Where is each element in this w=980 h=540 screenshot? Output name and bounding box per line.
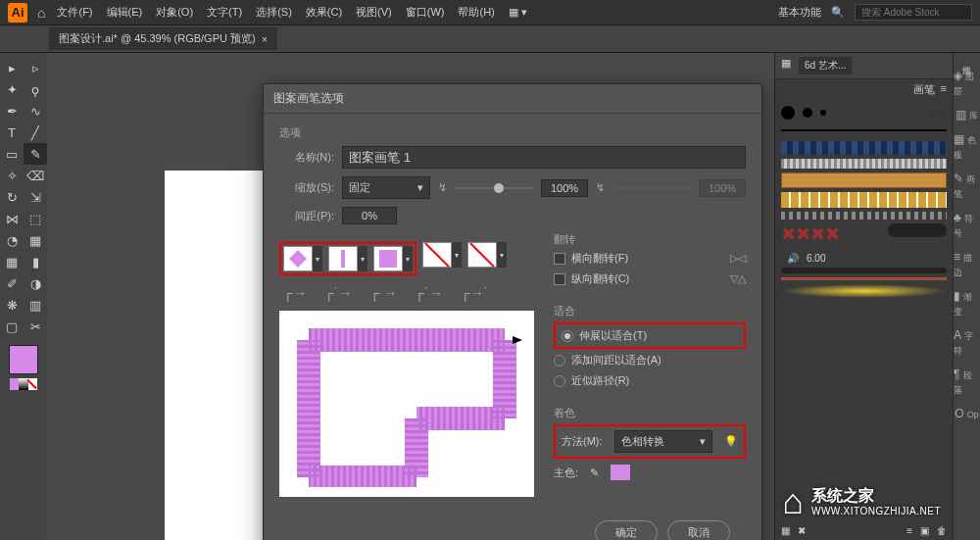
lasso-tool[interactable]: ϙ [24,78,47,100]
direct-select-tool[interactable]: ▹ [24,57,47,78]
graph-tool[interactable]: ▥ [24,294,47,316]
start-tile[interactable] [422,242,452,268]
end-icon[interactable]: ┌→˙ [461,285,489,301]
slice-tool[interactable]: ✂ [24,316,47,337]
perspective-tool[interactable]: ▦ [24,229,47,251]
tip-icon[interactable]: 💡 [724,435,738,448]
menu-view[interactable]: 视图(V) [356,5,392,20]
brush-tool[interactable]: ✎ [24,143,47,165]
brush-item[interactable] [781,129,947,131]
tile-dropdown[interactable]: ▾ [358,246,368,271]
fit-stretch-radio[interactable] [562,330,573,342]
rect-tool[interactable]: ▭ [0,143,24,165]
menu-type[interactable]: 文字(T) [207,5,242,20]
search-input[interactable] [855,4,972,21]
libraries-panel-icon[interactable]: ▥ 库 [956,108,978,123]
panel-menu-icon[interactable]: ≡ [941,82,947,97]
library-tab[interactable]: 6d 艺术... [799,57,852,74]
trash-icon[interactable]: 🗑 [937,525,947,536]
document-tab[interactable]: 图案设计.ai* @ 45.39% (RGB/GPU 预览) × [49,27,277,50]
remove-brush-icon[interactable]: ✖ [798,525,806,536]
link-icon[interactable]: ↯ [438,181,447,194]
library-icon[interactable]: ▦ [781,525,790,536]
character-panel-icon[interactable]: A 字符 [954,328,980,358]
width-tool[interactable]: ⋈ [0,208,24,229]
menu-select[interactable]: 选择(S) [256,5,292,20]
brushes-panel-tab[interactable]: 画笔 [913,82,935,97]
tile-dropdown[interactable]: ▾ [403,246,413,271]
menu-file[interactable]: 文件(F) [57,5,92,20]
name-input[interactable] [342,146,746,169]
outer-corner-tile[interactable] [328,246,358,271]
brush-item[interactable] [781,172,947,188]
brush-item[interactable] [781,277,947,280]
layers-panel-icon[interactable]: ◈ 图层 [954,69,980,98]
start-icon[interactable]: ┌˙→ [415,285,443,301]
menu-object[interactable]: 对象(O) [156,5,193,20]
symbol-spray-tool[interactable]: ❋ [0,294,24,316]
symbols-panel-icon[interactable]: ♣ 符号 [954,211,980,240]
side-icon[interactable]: ┌˙→ [324,285,353,301]
eyedropper-icon[interactable]: ✎ [590,466,599,479]
tile-dropdown[interactable]: ▾ [313,246,322,271]
menu-bridge-icon[interactable]: ▦ ▾ [509,6,527,19]
curvature-tool[interactable]: ∿ [24,100,47,122]
flip-h-checkbox[interactable] [554,253,565,265]
gradient-tool[interactable]: ▮ [24,251,47,272]
stroke-panel-icon[interactable]: ≡ 描边 [954,250,980,279]
artboard-tool[interactable]: ▢ [0,316,24,337]
brush-list[interactable]: 基本 ✖✖✖✖ 🔊 6.00 [775,100,953,521]
free-transform-tool[interactable]: ⬚ [24,208,47,229]
brush-item[interactable] [781,284,947,298]
menu-window[interactable]: 窗口(W) [406,5,445,20]
shaper-tool[interactable]: ✧ [0,165,24,186]
mesh-tool[interactable]: ▦ [0,251,24,272]
opentype-panel-icon[interactable]: O Op [955,407,979,420]
fill-mode[interactable] [10,378,19,390]
tile-dropdown[interactable]: ▾ [452,242,462,268]
brush-item[interactable] [803,108,812,118]
close-icon[interactable]: × [262,33,268,45]
ok-button[interactable]: 确定 [595,520,658,540]
workspace-switcher[interactable]: 基本功能 [778,5,821,20]
home-icon[interactable]: ⌂ [37,5,45,21]
key-color-swatch[interactable] [611,465,630,480]
menu-edit[interactable]: 编辑(E) [107,5,143,20]
eraser-tool[interactable]: ⌫ [24,165,47,186]
method-select[interactable]: 色相转换▾ [614,430,712,453]
scale-mode-select[interactable]: 固定▾ [342,176,430,199]
rotate-tool[interactable]: ↻ [0,186,24,208]
selection-tool[interactable]: ▸ [0,57,24,78]
fill-color-swatch[interactable] [9,345,38,374]
side-tile[interactable] [283,246,313,271]
none-mode[interactable] [28,378,37,390]
magic-wand-tool[interactable]: ✦ [0,78,24,100]
fit-space-radio[interactable] [554,355,565,367]
type-tool[interactable]: T [0,122,24,143]
fit-approx-radio[interactable] [554,375,565,387]
scale-slider-2[interactable] [612,187,691,189]
inner-icon[interactable]: ┌ → [370,285,398,301]
brush-item[interactable] [781,268,947,273]
end-tile[interactable] [467,242,497,268]
brush-size-value[interactable]: 6.00 [807,253,825,264]
paragraph-panel-icon[interactable]: ¶ 段落 [954,368,980,397]
new-brush-icon[interactable]: ▣ [920,525,929,536]
scale-tool[interactable]: ⇲ [24,186,47,208]
shape-builder-tool[interactable]: ◔ [0,229,24,251]
menu-help[interactable]: 帮助(H) [458,5,494,20]
line-tool[interactable]: ╱ [24,122,47,143]
spacing-input[interactable]: 0% [342,207,397,224]
brush-item[interactable] [781,159,947,169]
brush-item[interactable]: ✖✖✖✖ [781,223,840,245]
cancel-button[interactable]: 取消 [667,520,730,540]
brush-item[interactable] [781,212,947,220]
brushes-panel-icon[interactable]: ✎ 画笔 [954,172,980,201]
tile-dropdown[interactable]: ▾ [497,242,507,268]
gradient-panel-icon[interactable]: ▮ 渐变 [954,289,980,319]
brush-item[interactable] [888,223,947,237]
options-icon[interactable]: ≡ [906,525,912,536]
corner-icon[interactable]: ┌→ [283,285,307,301]
brush-item[interactable] [781,192,947,208]
swatches-panel-icon[interactable]: ▦ 色板 [954,132,980,162]
